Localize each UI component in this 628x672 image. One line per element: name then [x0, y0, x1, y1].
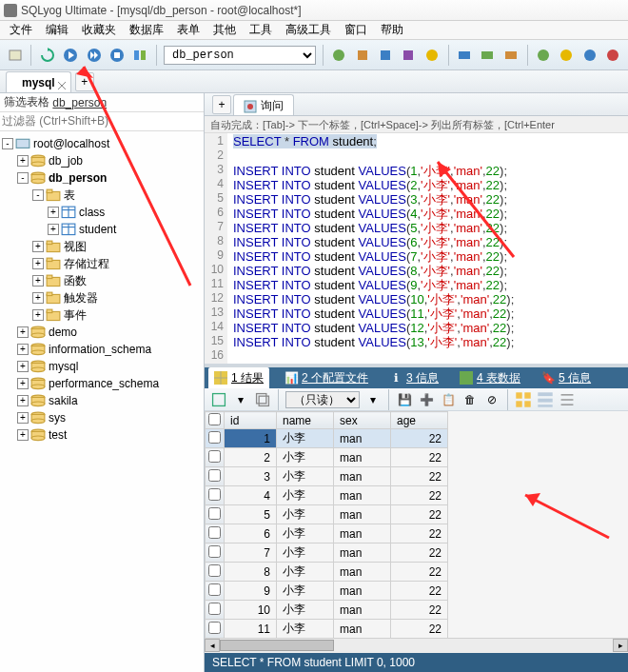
view-form-icon[interactable]	[537, 391, 554, 408]
tree-item-sakila[interactable]: +sakila	[2, 392, 202, 409]
execute-all-icon[interactable]	[85, 45, 103, 66]
table-row[interactable]: 10小李man22	[206, 601, 448, 620]
tool-2-icon[interactable]	[353, 45, 371, 66]
tree-item-performance_schema[interactable]: +performance_schema	[2, 375, 202, 392]
row-checkbox[interactable]	[206, 448, 225, 467]
table-row[interactable]: 4小李man22	[206, 486, 448, 505]
cell-id[interactable]: 3	[225, 467, 277, 486]
mode-dropdown-icon[interactable]: ▾	[364, 391, 382, 408]
tree-item-表[interactable]: -表	[2, 187, 202, 204]
cell-sex[interactable]: man	[334, 620, 391, 639]
row-checkbox[interactable]	[206, 524, 225, 544]
schema-tree[interactable]: -root@localhost+db_job-db_person-表+class…	[0, 131, 204, 672]
cell-name[interactable]: 小李	[277, 524, 334, 544]
expand-icon[interactable]: +	[17, 395, 29, 406]
expand-icon[interactable]: +	[17, 155, 29, 167]
tree-item-information_schema[interactable]: +information_schema	[2, 341, 202, 358]
close-tab-icon[interactable]	[57, 76, 67, 86]
add-row-icon[interactable]: ➕	[418, 391, 435, 408]
tree-item-函数[interactable]: +函数	[2, 272, 202, 289]
cell-sex[interactable]: man	[334, 486, 391, 505]
tree-item-db_job[interactable]: +db_job	[2, 152, 202, 169]
new-connection-icon[interactable]	[6, 45, 24, 66]
col-age[interactable]: age	[391, 412, 448, 429]
menu-收藏夹[interactable]: 收藏夹	[82, 22, 116, 38]
copy-icon[interactable]	[254, 391, 271, 408]
delete-row-icon[interactable]: 🗑	[461, 391, 479, 408]
expand-icon[interactable]: +	[32, 309, 44, 321]
expand-icon[interactable]: -	[2, 138, 13, 149]
editor-code[interactable]: SELECT * FROM student; INSERT INTO stude…	[227, 133, 628, 364]
table-row[interactable]: 8小李man22	[206, 563, 448, 582]
expand-icon[interactable]: +	[32, 258, 44, 269]
expand-icon[interactable]: +	[32, 292, 44, 304]
tool-12-icon[interactable]	[604, 45, 622, 66]
tree-item-demo[interactable]: +demo	[2, 324, 202, 341]
tree-item-存储过程[interactable]: +存储过程	[2, 255, 202, 272]
expand-icon[interactable]: +	[17, 361, 29, 372]
row-checkbox[interactable]	[206, 467, 225, 486]
expand-icon[interactable]: +	[17, 429, 29, 441]
cell-sex[interactable]: man	[334, 563, 391, 582]
cell-age[interactable]: 22	[391, 429, 448, 448]
tree-item-视图[interactable]: +视图	[2, 238, 202, 255]
scroll-thumb[interactable]	[220, 640, 334, 651]
cell-name[interactable]: 小李	[277, 544, 334, 563]
expand-icon[interactable]: +	[48, 224, 59, 235]
expand-icon[interactable]: +	[17, 344, 29, 355]
grid-horizontal-scrollbar[interactable]: ◂ ▸	[205, 638, 628, 653]
tree-item-student[interactable]: +student	[2, 221, 202, 238]
row-checkbox[interactable]	[206, 563, 225, 582]
cell-id[interactable]: 7	[225, 544, 277, 563]
cell-name[interactable]: 小李	[277, 429, 334, 448]
cell-age[interactable]: 22	[391, 582, 448, 601]
tool-7-icon[interactable]	[479, 45, 497, 66]
cell-sex[interactable]: man	[334, 429, 391, 448]
expand-icon[interactable]: +	[17, 412, 29, 424]
dropdown-icon[interactable]: ▾	[232, 391, 249, 408]
table-row[interactable]: 11小李man22	[206, 620, 448, 639]
tree-item-sys[interactable]: +sys	[2, 409, 202, 426]
table-row[interactable]: 7小李man22	[206, 544, 448, 563]
cell-age[interactable]: 22	[391, 620, 448, 639]
connection-tab-mysql[interactable]: mysql	[6, 71, 71, 92]
cell-age[interactable]: 22	[391, 467, 448, 486]
row-checkbox[interactable]	[206, 505, 225, 524]
menu-其他[interactable]: 其他	[213, 22, 236, 38]
table-row[interactable]: 2小李man22	[206, 448, 448, 467]
cell-age[interactable]: 22	[391, 544, 448, 563]
filter-link[interactable]: db_person	[52, 96, 107, 109]
checkbox-header[interactable]	[206, 412, 225, 429]
expand-icon[interactable]: +	[32, 275, 44, 287]
cell-name[interactable]: 小李	[277, 486, 334, 505]
menu-工具[interactable]: 工具	[249, 22, 272, 38]
cell-id[interactable]: 2	[225, 448, 277, 467]
col-sex[interactable]: sex	[334, 412, 391, 429]
result-grid[interactable]: idnamesexage1小李man222小李man223小李man224小李m…	[205, 411, 448, 638]
table-row[interactable]: 3小李man22	[206, 467, 448, 486]
result-mode-select[interactable]: （只读）	[285, 391, 360, 408]
cell-age[interactable]: 22	[391, 505, 448, 524]
cell-sex[interactable]: man	[334, 505, 391, 524]
add-query-tab[interactable]: +	[212, 95, 231, 114]
cell-id[interactable]: 4	[225, 486, 277, 505]
cell-sex[interactable]: man	[334, 601, 391, 620]
refresh-icon[interactable]	[38, 45, 56, 66]
table-row[interactable]: 5小李man22	[206, 505, 448, 524]
tool-1-icon[interactable]	[330, 45, 348, 66]
cell-age[interactable]: 22	[391, 486, 448, 505]
tree-item-mysql[interactable]: +mysql	[2, 358, 202, 375]
cell-name[interactable]: 小李	[277, 620, 334, 639]
cell-name[interactable]: 小李	[277, 467, 334, 486]
table-row[interactable]: 1小李man22	[206, 429, 448, 448]
scroll-right-icon[interactable]: ▸	[613, 639, 628, 652]
cell-id[interactable]: 9	[225, 582, 277, 601]
cell-age[interactable]: 22	[391, 448, 448, 467]
export-icon[interactable]	[210, 391, 227, 408]
query-tab[interactable]: 询问	[233, 94, 294, 115]
row-checkbox[interactable]	[206, 429, 225, 448]
col-id[interactable]: id	[225, 412, 277, 429]
menu-表单[interactable]: 表单	[177, 22, 200, 38]
cell-sex[interactable]: man	[334, 524, 391, 544]
execute-query-icon[interactable]	[62, 45, 80, 66]
